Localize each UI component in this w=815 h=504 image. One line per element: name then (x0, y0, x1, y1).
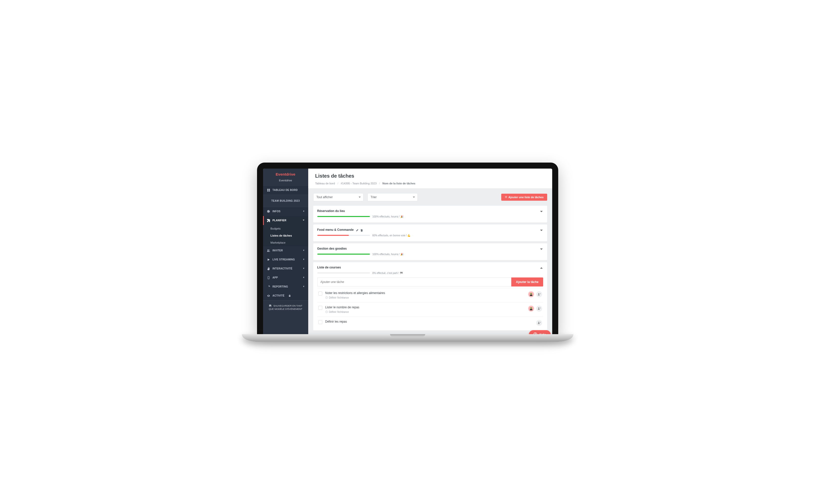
trash-icon[interactable] (360, 228, 363, 231)
add-assignee-button[interactable] (536, 306, 542, 312)
task-checkbox[interactable] (318, 320, 322, 324)
play-icon (267, 258, 270, 261)
sort-select[interactable]: Trier (367, 193, 418, 201)
task-due-label: Définir l'échéance (329, 311, 349, 313)
card-header: Liste de courses (317, 266, 543, 269)
page-title: Listes de tâches (315, 173, 545, 179)
breadcrumb: Tableau de bord / #14395 - Team Building… (315, 182, 545, 185)
pie-icon (267, 285, 270, 288)
sidebar-sub-budgets[interactable]: Budgets (263, 225, 308, 232)
todolist-courses: Liste de courses 0% effectué, c'est part… (313, 262, 547, 330)
sidebar-item-inviter[interactable]: INVITER (263, 246, 308, 255)
card-title: Food menu & Commande (317, 228, 354, 232)
filter-select[interactable]: Tout afficher (313, 193, 363, 201)
task-body: Lister le nombre de repas Définir l'éché… (325, 306, 525, 314)
todolist-goodies[interactable]: Gestion des goodies 100% effectués, hour… (313, 243, 547, 260)
plus-icon (505, 196, 507, 199)
task-due[interactable]: Définir l'échéance (325, 311, 525, 314)
lock-icon (288, 294, 291, 297)
users-icon (267, 249, 270, 252)
sidebar-item-livestream[interactable]: LIVE STREAMING (263, 255, 308, 264)
svg-rect-2 (267, 190, 268, 191)
sidebar-label: INTERACTIVITÉ (272, 267, 292, 270)
sidebar-label: REPORTING (272, 285, 288, 288)
svg-point-5 (268, 249, 269, 250)
gear-icon (267, 210, 270, 213)
sidebar-item-reporting[interactable]: REPORTING (263, 282, 308, 291)
chevron-left-icon (302, 276, 305, 279)
task-checkbox[interactable] (318, 292, 322, 296)
task-body: Noter les restrictions et allergies alim… (325, 291, 525, 299)
help-button[interactable]: Aide (529, 330, 551, 334)
breadcrumb-event[interactable]: #14395 - Team Building 2023 (340, 182, 376, 185)
breadcrumb-separator: / (337, 182, 338, 185)
progress-bar (317, 254, 370, 255)
todolist-food[interactable]: Food menu & Commande 60% effectués, en b… (313, 225, 547, 241)
progress-status: 0% effectué, c'est parti ! 🏁 (372, 272, 403, 274)
add-task-form: Ajouter la tâche (317, 277, 543, 286)
sidebar-event-name[interactable]: TEAM BUILDING 2023 (263, 195, 308, 207)
svg-point-16 (530, 307, 532, 309)
edit-icon[interactable] (356, 228, 359, 231)
card-header: Réservation du lieu (317, 209, 543, 213)
task-assignees (536, 320, 542, 326)
avatar[interactable] (528, 291, 534, 297)
add-list-button[interactable]: Ajouter une liste de tâches (501, 194, 547, 201)
svg-point-17 (538, 307, 540, 309)
progress-status: 100% effectués, hourra ! 🎉 (372, 253, 403, 256)
svg-point-18 (538, 322, 540, 323)
sidebar-sub-marketplace[interactable]: Marketplace (263, 239, 308, 246)
chevron-left-icon (302, 258, 305, 261)
help-icon (533, 332, 537, 334)
add-assignee-button[interactable] (536, 291, 542, 297)
eye-icon (267, 294, 270, 297)
laptop-base (242, 334, 573, 342)
hand-icon (267, 267, 270, 270)
todolist-reservation[interactable]: Réservation du lieu 100% effectués, hour… (313, 206, 547, 223)
chevron-left-icon (302, 210, 305, 213)
chevron-left-icon (302, 285, 305, 288)
chevron-down-icon[interactable] (540, 229, 543, 232)
breadcrumb-dashboard[interactable]: Tableau de bord (315, 182, 335, 185)
screen-bezel: Eventdrive Eventdrive TABLEAU DE BORD TE… (257, 163, 558, 334)
task-name[interactable]: Définir les repas (325, 320, 533, 323)
svg-rect-8 (289, 295, 290, 297)
progress-status: 60% effectués, en bonne voie ! 💪 (372, 234, 411, 237)
puzzle-icon (267, 219, 270, 222)
sidebar-sub-listes[interactable]: Listes de tâches (263, 232, 308, 239)
chevron-down-icon[interactable] (540, 210, 543, 213)
task-assignees (528, 306, 542, 312)
progress-bar (317, 235, 370, 236)
add-assignee-button[interactable] (536, 320, 542, 326)
controls-row: Tout afficher Trier Ajouter une liste de… (308, 189, 552, 204)
laptop-mock: Eventdrive Eventdrive TABLEAU DE BORD TE… (257, 163, 558, 342)
sidebar-item-planifier[interactable]: PLANIFIER (263, 216, 308, 225)
breadcrumb-separator: / (379, 182, 380, 185)
card-title: Liste de courses (317, 266, 341, 269)
sidebar-item-interactivite[interactable]: INTERACTIVITÉ (263, 264, 308, 273)
sidebar-item-dashboard[interactable]: TABLEAU DE BORD (263, 186, 308, 195)
sidebar-item-app[interactable]: APP (263, 273, 308, 282)
sidebar-label: SAUVEGARDER EN TANT QUE MODÈLE D'ÉVÉNEME… (269, 304, 302, 310)
sidebar-item-activite[interactable]: ACTIVITÉ (263, 291, 308, 300)
task-due[interactable]: Définir l'échéance (325, 296, 525, 299)
task-name[interactable]: Noter les restrictions et allergies alim… (325, 291, 525, 295)
task-name[interactable]: Lister le nombre de repas (325, 306, 525, 309)
sidebar-item-infos[interactable]: INFOS (263, 207, 308, 216)
task-checkbox[interactable] (318, 306, 322, 310)
task-row: Définir les repas (317, 317, 543, 329)
avatar[interactable] (528, 306, 534, 312)
app-screen: Eventdrive Eventdrive TABLEAU DE BORD TE… (263, 169, 552, 334)
brand-logo: Eventdrive (263, 169, 308, 178)
grid-icon (267, 189, 270, 192)
progress-row: 0% effectué, c'est parti ! 🏁 (317, 272, 543, 274)
chevron-down-icon[interactable] (540, 247, 543, 251)
svg-rect-0 (267, 189, 268, 190)
chevron-up-icon[interactable] (540, 266, 543, 270)
sidebar-save-template[interactable]: SAUVEGARDER EN TANT QUE MODÈLE D'ÉVÉNEME… (263, 300, 308, 314)
add-task-button[interactable]: Ajouter la tâche (511, 277, 543, 286)
add-task-input[interactable] (317, 277, 512, 286)
chevron-down-icon (302, 219, 305, 222)
breadcrumb-current: Nom de la liste de tâches (382, 182, 415, 185)
sidebar-label: INFOS (272, 210, 281, 213)
